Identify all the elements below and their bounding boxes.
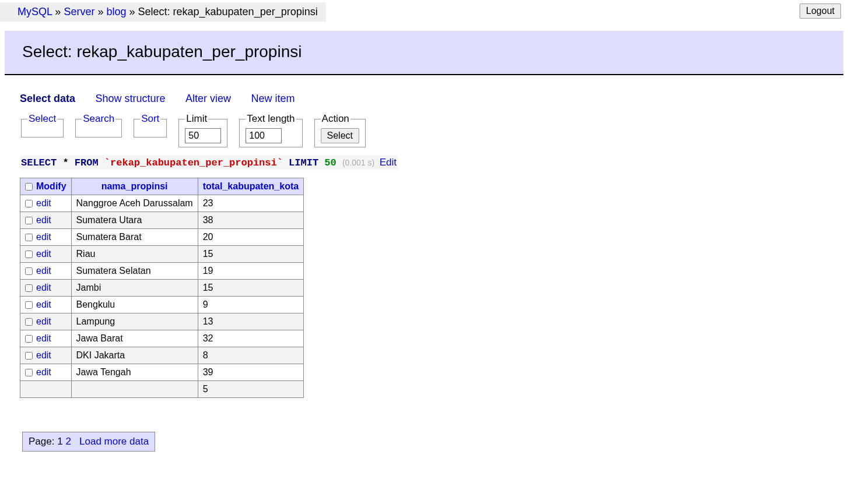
tab-new-item[interactable]: New item	[251, 93, 295, 104]
table-row: editSumatera Barat20	[20, 229, 304, 246]
top-bar: MySQL » Server » blog » Select: rekap_ka…	[0, 0, 848, 22]
edit-cell: edit	[20, 212, 72, 229]
fieldset-textlength: Text length	[239, 113, 302, 147]
row-checkbox[interactable]	[25, 217, 33, 224]
load-more-link[interactable]: Load more data	[79, 436, 149, 447]
cell-nama-propinsi: DKI Jakarta	[71, 347, 198, 364]
breadcrumb-current: Select: rekap_kabupaten_per_propinsi	[138, 6, 317, 17]
page-current: 1	[57, 436, 62, 447]
table-row: editSumatera Selatan19	[20, 263, 304, 280]
table-row: editJawa Tengah39	[20, 364, 304, 381]
cell-nama-propinsi: Lampung	[71, 313, 198, 330]
edit-cell: edit	[20, 297, 72, 313]
select-all-checkbox[interactable]	[25, 183, 33, 191]
limit-input[interactable]	[185, 128, 221, 143]
cell-nama-propinsi: Bengkulu	[71, 297, 198, 313]
cell-nama-propinsi: Sumatera Utara	[71, 212, 198, 229]
fieldset-sort: Sort	[134, 113, 167, 138]
edit-link[interactable]: edit	[36, 299, 51, 309]
table-row: editBengkulu9	[20, 297, 304, 313]
fieldset-select: Select	[21, 113, 64, 138]
cell-total-kabupaten-kota: 23	[198, 195, 303, 212]
edit-link[interactable]: edit	[36, 215, 51, 225]
row-checkbox[interactable]	[25, 200, 33, 207]
select-button[interactable]	[321, 128, 359, 143]
table-row: 5	[20, 381, 304, 398]
edit-cell: edit	[20, 280, 72, 297]
row-checkbox[interactable]	[25, 301, 33, 309]
cell-total-kabupaten-kota: 32	[198, 330, 303, 347]
cell-total-kabupaten-kota: 13	[198, 313, 303, 330]
cell-total-kabupaten-kota: 15	[198, 280, 303, 297]
table-row: editJambi15	[20, 280, 304, 297]
sql-limit-value: 50	[324, 157, 336, 168]
query-timing: (0.001 s)	[342, 158, 374, 167]
edit-link[interactable]: edit	[36, 266, 51, 276]
tabs: Select data Show structure Alter view Ne…	[0, 75, 848, 105]
page-label: Page:	[29, 436, 54, 447]
edit-cell: edit	[20, 364, 72, 381]
edit-link[interactable]: edit	[36, 198, 51, 208]
row-checkbox[interactable]	[25, 352, 33, 360]
cell-total-kabupaten-kota: 38	[198, 212, 303, 229]
edit-link[interactable]: edit	[36, 333, 51, 343]
breadcrumb: MySQL » Server » blog » Select: rekap_ka…	[0, 2, 326, 22]
modify-header-link[interactable]: Modify	[36, 181, 66, 191]
fieldset-action-legend: Action	[321, 113, 351, 125]
fieldset-action: Action	[314, 113, 366, 147]
edit-link[interactable]: edit	[36, 350, 51, 360]
fieldset-select-legend[interactable]: Select	[29, 113, 56, 124]
fieldsets-row: Select Search Sort Limit Text length Act…	[0, 105, 848, 147]
col-header-total-kabupaten-kota[interactable]: total_kabupaten_kota	[198, 178, 303, 195]
tab-select-data[interactable]: Select data	[20, 93, 75, 104]
cell-nama-propinsi: Sumatera Selatan	[71, 263, 198, 280]
edit-cell: edit	[20, 263, 72, 280]
edit-cell: edit	[20, 246, 72, 263]
row-checkbox[interactable]	[25, 251, 33, 258]
table-row: editRiau15	[20, 246, 304, 263]
page-link-2[interactable]: 2	[65, 436, 71, 447]
sql-keyword-select: SELECT	[21, 157, 57, 168]
cell-nama-propinsi	[71, 381, 198, 398]
edit-link[interactable]: edit	[36, 232, 51, 242]
table-row: editDKI Jakarta8	[20, 347, 304, 364]
fieldset-textlength-legend: Text length	[246, 113, 296, 125]
row-checkbox[interactable]	[25, 267, 33, 275]
breadcrumb-sep: »	[55, 6, 64, 17]
cell-nama-propinsi: Riau	[71, 246, 198, 263]
edit-link[interactable]: edit	[36, 249, 51, 259]
sql-table-name: `rekap_kabupaten_per_propinsi`	[104, 157, 283, 168]
row-checkbox[interactable]	[25, 318, 33, 326]
sql-keyword-from: FROM	[75, 157, 99, 168]
edit-link[interactable]: edit	[36, 316, 51, 326]
fieldset-search: Search	[75, 113, 122, 138]
breadcrumb-server[interactable]: Server	[64, 6, 94, 17]
sql-keyword-limit: LIMIT	[289, 157, 318, 168]
table-row: editJawa Barat32	[20, 330, 304, 347]
cell-total-kabupaten-kota: 15	[198, 246, 303, 263]
edit-link[interactable]: edit	[36, 283, 51, 292]
col-header-nama-propinsi[interactable]: nama_propinsi	[71, 178, 198, 195]
tab-show-structure[interactable]: Show structure	[96, 93, 166, 104]
row-checkbox[interactable]	[25, 234, 33, 241]
textlength-input[interactable]	[246, 128, 282, 143]
row-checkbox[interactable]	[25, 369, 33, 376]
edit-query-link[interactable]: Edit	[380, 157, 397, 168]
breadcrumb-database[interactable]: blog	[106, 6, 126, 17]
breadcrumb-mysql[interactable]: MySQL	[17, 6, 52, 17]
sql-query: SELECT * FROM `rekap_kabupaten_per_propi…	[20, 156, 398, 170]
row-checkbox[interactable]	[25, 335, 33, 343]
tab-alter-view[interactable]: Alter view	[185, 93, 231, 104]
row-checkbox[interactable]	[25, 284, 33, 292]
cell-total-kabupaten-kota: 5	[198, 381, 303, 398]
fieldset-search-legend[interactable]: Search	[83, 113, 114, 124]
edit-link[interactable]: edit	[36, 367, 51, 377]
cell-total-kabupaten-kota: 8	[198, 347, 303, 364]
page-title-bar: Select: rekap_kabupaten_per_propinsi	[5, 31, 843, 75]
cell-nama-propinsi: Jawa Barat	[71, 330, 198, 347]
logout-button[interactable]: Logout	[800, 3, 841, 19]
cell-nama-propinsi: Jambi	[71, 280, 198, 297]
fieldset-sort-legend[interactable]: Sort	[141, 113, 159, 124]
breadcrumb-sep: »	[129, 6, 138, 17]
edit-cell: edit	[20, 229, 72, 246]
